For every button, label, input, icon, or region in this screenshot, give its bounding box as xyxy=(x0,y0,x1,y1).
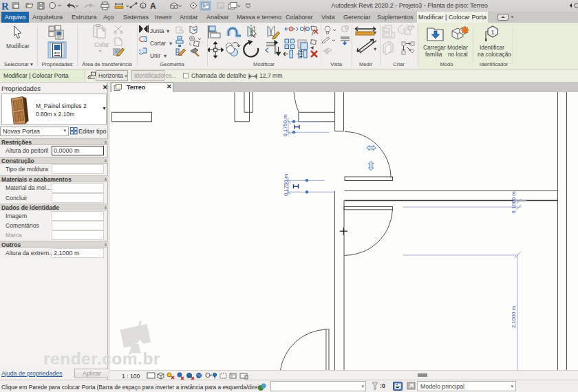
svg-text:A: A xyxy=(150,1,156,11)
svg-text:1: 1 xyxy=(491,29,495,36)
svg-text:render.com.br: render.com.br xyxy=(43,349,160,368)
svg-text:0,1750 m: 0,1750 m xyxy=(283,174,289,196)
svg-text:2,1000 m: 2,1000 m xyxy=(511,306,517,328)
svg-text:0,1000 m: 0,1000 m xyxy=(511,191,517,213)
svg-text:R: R xyxy=(1,1,9,12)
svg-text:0,1750 m: 0,1750 m xyxy=(282,114,288,136)
svg-text:Colar: Colar xyxy=(94,41,109,48)
svg-text:1: 1 xyxy=(142,4,144,8)
